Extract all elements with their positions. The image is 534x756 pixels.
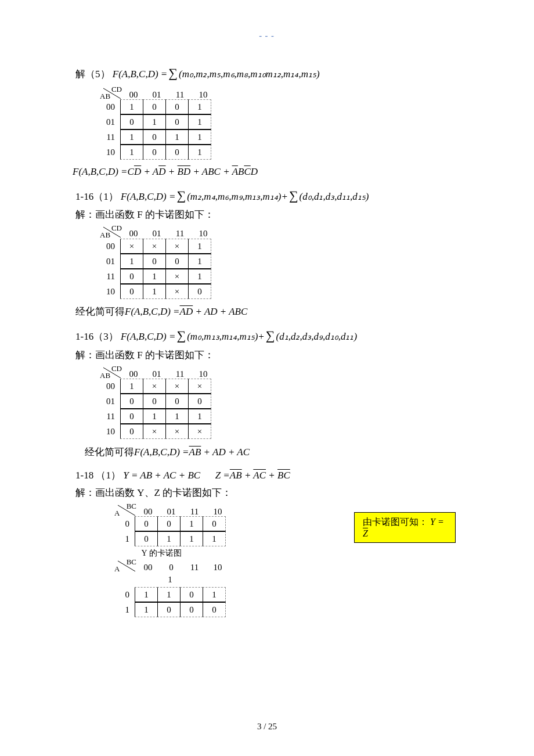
kmap2-row-3: 10	[93, 287, 121, 297]
p2-lhs: F(A,B,C,D) =	[121, 190, 176, 204]
kmap2-col-2: 11	[168, 229, 192, 239]
p1-result-lhs: F(A,B,C,D) =	[73, 165, 128, 179]
p3-lhs: F(A,B,C,D) =	[121, 330, 176, 344]
kmap3: CD AB 00 01 11 10 00 1 × × × 01 0	[93, 365, 456, 440]
kmapZ-c03: 1	[203, 587, 226, 602]
kmap1-c20: 1	[120, 129, 143, 145]
p3-plus: +	[258, 330, 264, 344]
page-header-mark: ---	[0, 0, 534, 41]
kmap1-c22: 1	[165, 129, 189, 145]
kmapZ-rowvar: A	[114, 564, 120, 574]
kmapY-c12: 1	[180, 531, 203, 546]
p2-note: 解：画出函数 F 的卡诺图如下：	[75, 208, 456, 221]
p1-result: F(A,B,C,D) = CD + AD + BD + ABC + ABCD	[73, 165, 456, 179]
kmapY-rowvar: A	[114, 509, 120, 518]
p4-Z-lhs: Z =	[215, 469, 230, 483]
p3-result: 经化简可得 F(A,B,C,D) = AB + AD + AC	[85, 445, 456, 459]
kmap3-diag: CD AB	[101, 366, 122, 379]
kmap3-c12: 0	[165, 394, 189, 409]
kmap2-col-1: 01	[145, 229, 168, 239]
kmapZ-c13: 0	[203, 602, 226, 617]
kmap3-col-1: 01	[145, 369, 168, 379]
sigma-icon: ∑	[289, 187, 298, 205]
kmapY-c02: 1	[180, 516, 203, 531]
kmapZ-colvar: BC	[127, 557, 136, 567]
kmap3-c11: 0	[143, 394, 166, 409]
kmap2-c10: 1	[120, 254, 143, 269]
kmap3-c20: 0	[120, 409, 143, 424]
kmap2-c31: 1	[143, 284, 166, 299]
kmap1-c00: 1	[120, 99, 143, 114]
kmap3-c31: ×	[143, 424, 166, 439]
kmap1-c11: 1	[143, 114, 166, 129]
p2-result: 经化简可得 F(A,B,C,D) = AD + AD + ABC	[75, 305, 456, 319]
kmap3-col-2: 11	[168, 369, 192, 379]
p4-prefix: 1-18 （1）	[75, 469, 121, 483]
kmap2-row-0: 00	[93, 242, 121, 251]
kmap2-c20: 0	[120, 269, 143, 284]
kmap3-colvar: CD	[111, 364, 122, 373]
p3-note: 解：画出函数 F 的卡诺图如下：	[75, 348, 456, 362]
p3-res-rhs: AB + AD + AC	[189, 445, 250, 459]
kmap3-c00: 1	[120, 379, 143, 394]
kmap1: CD AB 00 01 11 10 00 1 0 0 1 01 0	[93, 86, 456, 160]
kmap3-row-0: 00	[93, 381, 121, 391]
p2-res-lhs: F(A,B,C,D) =	[125, 305, 180, 319]
note-eq-lhs: Y =	[430, 517, 444, 527]
kmap3-col-0: 00	[122, 369, 145, 379]
kmapY-row-0: 0	[107, 519, 135, 529]
p2-dontcares: (d₀,d₁,d₃,d₁₁,d₁₅)	[300, 190, 369, 204]
p3-res-pref: 经化简可得	[85, 445, 134, 459]
kmapZ-row-0: 0	[107, 590, 135, 600]
kmapY-c00: 0	[135, 516, 158, 531]
sigma-icon: ∑	[168, 64, 178, 82]
kmap1-c13: 1	[188, 114, 211, 129]
kmapZ-row-1: 1	[107, 605, 135, 615]
kmap1-row-2: 11	[93, 132, 121, 142]
p2-plus: +	[281, 190, 287, 204]
kmap2-row-2: 11	[93, 272, 121, 282]
p3-prefix: 1-16（3）	[75, 330, 118, 344]
kmap2-row-1: 01	[93, 257, 121, 267]
p2-res-rhs: AD + AD + ABC	[180, 305, 248, 319]
p4-Z-rhs: AB + AC + BC	[230, 469, 290, 483]
kmapZ-c12: 0	[180, 602, 203, 617]
highlight-note: 由卡诺图可知： Y = Z	[354, 512, 456, 543]
kmap1-c12: 0	[165, 114, 189, 129]
kmapY-row-1: 1	[107, 534, 135, 544]
kmap1-c21: 0	[143, 129, 166, 145]
kmap1-c32: 0	[165, 145, 189, 160]
kmapY-c03: 0	[203, 516, 226, 531]
kmapZ-c02: 0	[180, 587, 203, 602]
kmapY-col-2: 11	[183, 507, 206, 517]
kmap1-col-2: 11	[168, 90, 192, 100]
note-eq-rhs: Z	[363, 528, 368, 538]
kmap1-c02: 0	[165, 99, 189, 114]
kmap3-c21: 1	[143, 409, 166, 424]
kmapZ: BC A 00 0 11 10 1	[107, 559, 456, 618]
sigma-icon: ∑	[266, 327, 275, 345]
kmap2-c30: 0	[120, 284, 143, 299]
kmapY-col-0: 00	[136, 507, 160, 517]
p4-heading: 1-18 （1） Y = AB + AC + BC Z = AB + AC + …	[75, 469, 456, 483]
kmap2-c00: ×	[120, 239, 143, 254]
kmap1-c03: 1	[188, 99, 211, 114]
kmap3-c33: ×	[188, 424, 211, 439]
kmapZ-c00: 1	[135, 587, 158, 602]
kmap1-c33: 1	[188, 145, 211, 160]
kmap3-c13: 0	[188, 394, 211, 409]
kmap3-c30: 0	[120, 424, 143, 439]
kmap3-c01: ×	[143, 379, 166, 394]
kmap3-rowvar: AB	[100, 371, 110, 380]
kmapZ-c11: 0	[157, 602, 181, 617]
kmap2-colvar: CD	[111, 224, 122, 233]
kmap2-rowvar: AB	[100, 231, 110, 240]
kmap3-col-3: 10	[192, 369, 215, 379]
kmap1-c23: 1	[188, 129, 211, 145]
p2-heading: 1-16（1） F(A,B,C,D) = ∑ (m₂,m₄,m₆,m₉,m₁₃,…	[75, 187, 456, 205]
kmap2-c33: 0	[188, 284, 211, 299]
kmapZ-col-0: 00	[136, 563, 160, 573]
sigma-icon: ∑	[176, 187, 186, 205]
p1-result-rhs: CD + AD + BD + ABC + ABCD	[128, 165, 258, 179]
p2-prefix: 1-16（1）	[75, 190, 118, 204]
